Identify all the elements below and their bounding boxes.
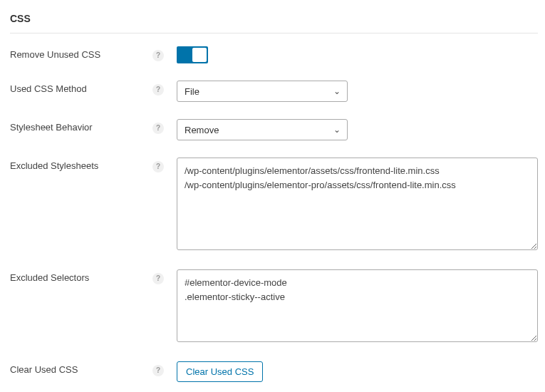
label-excluded-stylesheets: Excluded Stylesheets [10, 158, 152, 171]
select-wrapper-used-css-method: File ⌄ [177, 81, 348, 102]
help-icon[interactable]: ? [152, 161, 164, 172]
select-used-css-method[interactable]: File [177, 81, 348, 102]
label-clear-used-css: Clear Used CSS [10, 361, 152, 375]
field-clear-used-css: Clear Used CSS ? Clear Used CSS [10, 361, 538, 382]
textarea-excluded-stylesheets[interactable] [177, 158, 538, 250]
field-excluded-stylesheets: Excluded Stylesheets ? [10, 158, 538, 252]
help-icon[interactable]: ? [152, 273, 164, 284]
field-stylesheet-behavior: Stylesheet Behavior ? Remove ⌄ [10, 119, 538, 140]
toggle-remove-unused-css[interactable] [177, 46, 208, 63]
help-icon[interactable]: ? [152, 84, 164, 96]
clear-used-css-button[interactable]: Clear Used CSS [177, 361, 263, 382]
label-excluded-selectors: Excluded Selectors [10, 269, 152, 283]
label-stylesheet-behavior: Stylesheet Behavior [10, 119, 152, 133]
textarea-excluded-selectors[interactable] [177, 269, 538, 342]
label-remove-unused-css: Remove Unused CSS [10, 46, 152, 60]
help-icon[interactable]: ? [152, 365, 164, 376]
field-used-css-method: Used CSS Method ? File ⌄ [10, 81, 538, 102]
label-used-css-method: Used CSS Method [10, 81, 152, 94]
select-stylesheet-behavior[interactable]: Remove [177, 119, 348, 140]
field-remove-unused-css: Remove Unused CSS ? [10, 46, 538, 63]
section-title: CSS [10, 13, 538, 33]
help-icon[interactable]: ? [152, 123, 164, 134]
help-icon[interactable]: ? [152, 50, 164, 61]
field-excluded-selectors: Excluded Selectors ? [10, 269, 538, 344]
select-wrapper-stylesheet-behavior: Remove ⌄ [177, 119, 348, 140]
